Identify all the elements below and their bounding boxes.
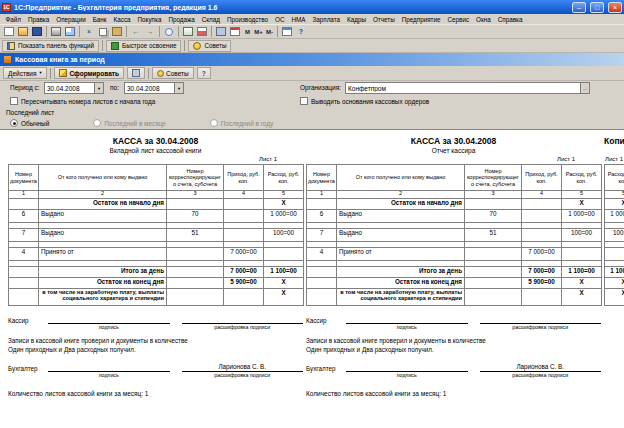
period-from-input[interactable]: 30.04.2008 ▼ bbox=[44, 82, 104, 94]
column-number: 3 bbox=[167, 191, 224, 199]
menu-item[interactable]: Предприятие bbox=[398, 16, 444, 23]
window-icon[interactable] bbox=[280, 25, 294, 38]
page-footer: Кассир подпись расшифровка подписи Запис… bbox=[8, 316, 303, 397]
actions-menu-button[interactable]: Действия ▼ bbox=[3, 67, 47, 79]
menu-item[interactable]: Сервис bbox=[444, 16, 473, 23]
help-icon[interactable]: ? bbox=[294, 25, 308, 38]
open-icon[interactable] bbox=[16, 25, 30, 38]
tips-label: Советы bbox=[204, 42, 226, 49]
save-icon[interactable] bbox=[30, 25, 44, 38]
menu-item[interactable]: Отчеты bbox=[369, 16, 398, 23]
calendar-icon[interactable] bbox=[228, 25, 242, 38]
column-number: 5 bbox=[605, 191, 624, 199]
paste-icon[interactable] bbox=[110, 25, 124, 38]
calendar-dropdown-icon[interactable]: ▼ bbox=[174, 83, 183, 93]
checked-text: Записи в кассовой книге проверил и докум… bbox=[8, 337, 303, 344]
last-sheet-radio[interactable]: Последний в месяце bbox=[93, 119, 166, 127]
signature-line bbox=[48, 364, 170, 372]
recount-sheets-checkbox[interactable]: Пересчитывать номера листов с начала год… bbox=[10, 97, 155, 105]
organization-input[interactable]: Конфетпром … bbox=[345, 82, 590, 94]
calendar-dropdown-icon[interactable]: ▼ bbox=[94, 83, 103, 93]
menu-item[interactable]: Производство bbox=[223, 16, 271, 23]
table-header-row: Номер документаОт кого получено или кому… bbox=[307, 165, 602, 191]
menu-item[interactable]: ОС bbox=[272, 16, 288, 23]
icon-shape bbox=[211, 26, 212, 37]
icon-shape bbox=[178, 26, 179, 37]
report-tips-button[interactable]: Советы bbox=[152, 67, 194, 79]
menu-item[interactable]: Файл bbox=[2, 16, 24, 23]
radio-circle bbox=[210, 119, 218, 127]
menu-item[interactable]: Склад bbox=[198, 16, 223, 23]
find-icon[interactable] bbox=[162, 25, 176, 38]
cut-icon[interactable]: × bbox=[82, 25, 96, 38]
menu-item[interactable]: Банк bbox=[89, 16, 110, 23]
preview-icon[interactable] bbox=[63, 25, 77, 38]
report-settings-button[interactable] bbox=[127, 67, 145, 79]
menu-item[interactable]: Кадры bbox=[344, 16, 370, 23]
menu-item[interactable]: Зарплата bbox=[309, 16, 344, 23]
column-number: 5 bbox=[264, 191, 304, 199]
minimize-button[interactable]: – bbox=[572, 2, 586, 13]
organization-label: Организация: bbox=[300, 84, 341, 91]
icon-shape bbox=[32, 27, 42, 36]
column-number: 1 bbox=[9, 191, 39, 199]
menu-item[interactable]: Окна bbox=[473, 16, 495, 23]
print-icon[interactable] bbox=[49, 25, 63, 38]
calculator-icon[interactable] bbox=[214, 25, 228, 38]
bulb-icon bbox=[193, 42, 201, 50]
column-number: 4 bbox=[522, 191, 562, 199]
menu-item[interactable]: Покупка bbox=[134, 16, 165, 23]
help-button[interactable]: ? bbox=[197, 67, 211, 79]
period-to-input[interactable]: 30.04.2008 ▼ bbox=[124, 82, 184, 94]
choose-icon[interactable]: … bbox=[580, 83, 589, 93]
menu-item[interactable]: Справка bbox=[494, 16, 526, 23]
sheet-number: Лист 1 bbox=[604, 156, 624, 164]
maximize-button[interactable]: □ bbox=[590, 2, 604, 13]
sheet-count: Количество листов кассовой книги за меся… bbox=[8, 390, 303, 397]
clipped-copy-page: Копия Лист 1 Расход, руб. коп. 5 X 1 000… bbox=[604, 136, 624, 306]
menu-item[interactable]: НМА bbox=[288, 16, 309, 23]
chart-icon[interactable] bbox=[195, 25, 209, 38]
new-document-icon[interactable] bbox=[2, 25, 16, 38]
icon-shape bbox=[282, 27, 292, 36]
order-basis-checkbox[interactable]: Выводить основания кассовых ордеров bbox=[300, 97, 429, 105]
table-icon[interactable] bbox=[181, 25, 195, 38]
table-row: X bbox=[605, 289, 624, 306]
table-row bbox=[605, 248, 624, 261]
settings-icon bbox=[132, 69, 140, 77]
checked-text: Один приходных и Два расходных получил. bbox=[306, 346, 601, 353]
tips-button[interactable]: Советы bbox=[188, 40, 231, 52]
icon-shape bbox=[277, 26, 278, 37]
memory-button[interactable]: М bbox=[242, 25, 253, 38]
menu-item[interactable]: Операции bbox=[53, 16, 89, 23]
table-row: Итого за день 7 000=00 1 100=00 bbox=[307, 267, 602, 278]
last-sheet-options: Обычный Последний в месяце Последний в г… bbox=[0, 117, 624, 129]
redo-icon[interactable]: → bbox=[143, 25, 157, 38]
generate-button[interactable]: Сформировать bbox=[54, 67, 124, 79]
cashier-label: Кассир bbox=[8, 317, 48, 324]
menu-item[interactable]: Продажа bbox=[165, 16, 198, 23]
sheet-count: Количество листов кассовой книги за меся… bbox=[306, 390, 601, 397]
undo-icon[interactable]: ← bbox=[129, 25, 143, 38]
memory-minus-button[interactable]: М- bbox=[264, 25, 275, 38]
quick-start-button[interactable]: Быстрое освоение bbox=[106, 40, 181, 52]
chevron-down-icon: ▼ bbox=[38, 71, 42, 75]
show-function-panel-button[interactable]: Показать панель функций bbox=[2, 40, 99, 52]
report-view[interactable]: КАССА за 30.04.2008 Вкладной лист кассов… bbox=[0, 129, 624, 428]
icon-shape bbox=[126, 26, 127, 37]
radio-circle bbox=[93, 119, 101, 127]
last-sheet-radio[interactable]: Последний в году bbox=[210, 119, 273, 127]
column-number: 3 bbox=[465, 191, 522, 199]
menu-item[interactable]: Касса bbox=[110, 16, 134, 23]
sign-decode-sublabel: расшифровка подписи bbox=[480, 324, 602, 330]
last-sheet-radio[interactable]: Обычный bbox=[10, 119, 49, 127]
copy-label: Копия bbox=[604, 136, 624, 147]
memory-plus-button[interactable]: М+ bbox=[253, 25, 264, 38]
table-row: 4 Принято от 7 000=00 bbox=[307, 248, 602, 261]
copy-icon[interactable] bbox=[96, 25, 110, 38]
sign-decode-sublabel: расшифровка подписи bbox=[182, 372, 304, 378]
menu-item[interactable]: Правка bbox=[24, 16, 52, 23]
close-button[interactable]: × bbox=[608, 2, 622, 13]
icon-shape bbox=[197, 27, 207, 36]
column-number: 5 bbox=[562, 191, 602, 199]
